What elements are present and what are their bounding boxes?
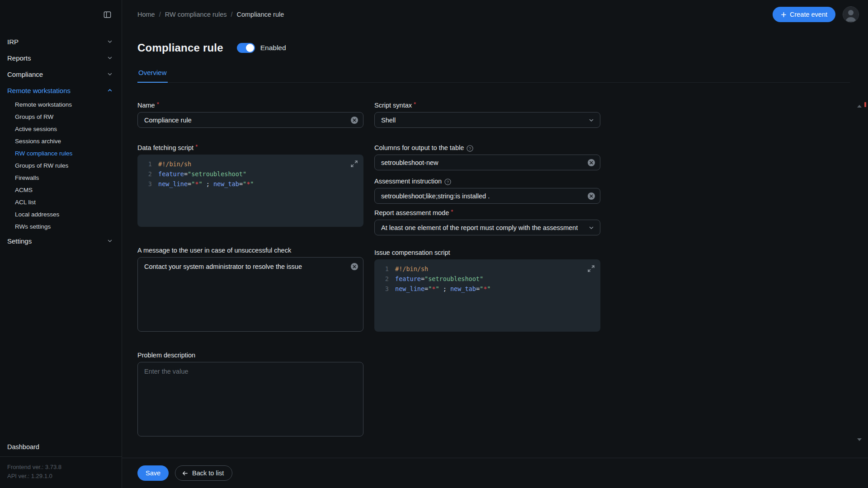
code-line-2: 2feature="setroubleshoot" — [141, 169, 357, 179]
line-number: 1 — [378, 264, 389, 274]
avatar[interactable] — [843, 6, 859, 23]
problem-description-textarea[interactable] — [137, 362, 363, 436]
sidebar-item-groups-of-rw-rules[interactable]: Groups of RW rules — [0, 160, 122, 172]
tabs: Overview — [137, 69, 850, 83]
scrollbar-up-icon[interactable] — [857, 101, 862, 109]
sidebar-item-active-sessions[interactable]: Active sessions — [0, 123, 122, 135]
sidebar-header — [0, 0, 122, 29]
toggle-knob — [246, 44, 254, 52]
columns-for-output-input[interactable] — [374, 155, 600, 170]
frontend-version: Frontend ver.: 3.73.8 — [7, 463, 114, 472]
sidebar-item-groups-of-rw[interactable]: Groups of RW — [0, 111, 122, 123]
sidebar-section-irp[interactable]: IRP — [0, 33, 122, 50]
form-column-left: Name Data fetching script 1#!/bin/sh2fea… — [137, 102, 363, 436]
unsuccessful-check-message-textarea[interactable]: Contact your system administrator to res… — [137, 257, 363, 332]
sidebar-item-dashboard[interactable]: Dashboard — [0, 437, 122, 456]
name-label-text: Name — [137, 102, 155, 109]
sidebar-item-sessions-archive[interactable]: Sessions archive — [0, 135, 122, 147]
back-to-list-button[interactable]: Back to list — [175, 465, 232, 481]
name-label: Name — [137, 102, 363, 109]
line-number: 2 — [141, 169, 152, 179]
form-actions: Save Back to list — [122, 458, 868, 488]
name-input[interactable] — [137, 112, 363, 128]
sidebar-item-acms[interactable]: ACMS — [0, 184, 122, 196]
sidebar: IRPReportsComplianceRemote workstationsR… — [0, 0, 122, 488]
help-icon[interactable]: ? — [444, 178, 451, 185]
sidebar-item-acl-list[interactable]: ACL list — [0, 196, 122, 208]
svg-text:?: ? — [447, 180, 449, 184]
line-number: 2 — [378, 274, 389, 284]
breadcrumb-item-rw-compliance-rules[interactable]: RW compliance rules — [165, 11, 227, 18]
breadcrumb-item-home[interactable]: Home — [137, 11, 155, 18]
script-syntax-select[interactable]: Shell — [374, 112, 600, 128]
svg-text:?: ? — [469, 146, 471, 151]
sidebar-item-rw-compliance-rules[interactable]: RW compliance rules — [0, 147, 122, 160]
clear-icon[interactable] — [587, 192, 595, 200]
chevron-down-icon — [588, 225, 594, 231]
create-event-label: Create event — [790, 11, 827, 18]
problem-description-label-text: Problem description — [137, 352, 195, 359]
issue-compensation-script-label: Issue compensation script — [374, 249, 600, 257]
user-avatar-icon — [843, 7, 859, 22]
data-fetching-script-field: Data fetching script 1#!/bin/sh2feature=… — [137, 144, 363, 227]
chevron-down-icon — [588, 117, 594, 123]
enabled-label: Enabled — [260, 44, 286, 52]
problem-description-field: Problem description — [137, 352, 363, 436]
code-line-3: 3new_line="*" ; new_tab="*" — [141, 179, 357, 189]
breadcrumb-item-compliance-rule: Compliance rule — [236, 11, 284, 18]
issue-compensation-script-editor[interactable]: 1#!/bin/sh2feature="setroubleshoot"3new_… — [374, 259, 600, 332]
sidebar-section-remote-workstations[interactable]: Remote workstations — [0, 82, 122, 99]
report-assessment-mode-label-text: Report assessment mode — [374, 209, 449, 217]
breadcrumb-separator: / — [159, 11, 161, 18]
problem-description-label: Problem description — [137, 352, 363, 359]
sidebar-section-label: Reports — [7, 54, 31, 62]
report-assessment-mode-label: Report assessment mode — [374, 209, 600, 217]
version-info: Frontend ver.: 3.73.8 API ver.: 1.29.1.0 — [0, 456, 122, 488]
tab-overview[interactable]: Overview — [137, 69, 168, 83]
columns-for-output-label-text: Columns for output to the table — [374, 144, 464, 152]
scrollbar-down-icon[interactable] — [857, 435, 862, 443]
assessment-instruction-input[interactable] — [374, 188, 600, 204]
sidebar-item-firewalls[interactable]: Firewalls — [0, 172, 122, 184]
sidebar-toggle-icon — [103, 10, 112, 19]
create-event-button[interactable]: Create event — [773, 7, 835, 22]
sidebar-collapse-button[interactable] — [103, 10, 112, 19]
sidebar-item-remote-workstations[interactable]: Remote workstations — [0, 99, 122, 111]
expand-icon[interactable] — [587, 265, 595, 272]
sidebar-section-reports[interactable]: Reports — [0, 50, 122, 66]
expand-icon[interactable] — [350, 160, 358, 168]
unsuccessful-check-message-label: A message to the user in case of unsucce… — [137, 247, 363, 254]
save-button[interactable]: Save — [137, 465, 169, 481]
code-line-2: 2feature="setroubleshoot" — [378, 274, 594, 284]
clear-icon[interactable] — [350, 116, 359, 124]
sidebar-section-label: Remote workstations — [7, 87, 71, 94]
sidebar-nav: IRPReportsComplianceRemote workstationsR… — [0, 29, 122, 437]
report-assessment-mode-select[interactable]: At least one element of the report must … — [374, 220, 600, 235]
unsuccessful-check-message-field: A message to the user in case of unsucce… — [137, 247, 363, 333]
clear-icon[interactable] — [587, 159, 595, 167]
breadcrumb-separator: / — [231, 11, 232, 18]
sidebar-section-settings[interactable]: Settings — [0, 233, 122, 249]
back-to-list-label: Back to list — [192, 469, 224, 477]
script-syntax-value: Shell — [381, 117, 396, 124]
breadcrumb: Home/RW compliance rules/Compliance rule — [137, 11, 284, 18]
script-syntax-label: Script syntax — [374, 102, 600, 109]
clear-icon[interactable] — [350, 263, 359, 271]
compliance-rule-form: Name Data fetching script 1#!/bin/sh2fea… — [137, 102, 850, 436]
issue-compensation-script-field: Issue compensation script 1#!/bin/sh2fea… — [374, 249, 600, 332]
data-fetching-script-editor[interactable]: 1#!/bin/sh2feature="setroubleshoot"3new_… — [137, 155, 363, 227]
script-syntax-label-text: Script syntax — [374, 102, 412, 109]
chevron-down-icon — [107, 39, 113, 44]
code-line-1: 1#!/bin/sh — [378, 264, 594, 274]
chevron-down-icon — [107, 238, 113, 244]
sidebar-section-compliance[interactable]: Compliance — [0, 66, 122, 82]
sidebar-item-local-addresses[interactable]: Local addresses — [0, 208, 122, 221]
assessment-instruction-label: Assessment instruction ? — [374, 178, 600, 185]
code-line-3: 3new_line="*" ; new_tab="*" — [378, 284, 594, 294]
line-number: 1 — [141, 159, 152, 169]
chevron-down-icon — [107, 71, 113, 77]
help-icon[interactable]: ? — [467, 145, 473, 152]
sidebar-section-label: IRP — [7, 38, 19, 46]
enabled-toggle[interactable] — [237, 43, 255, 53]
sidebar-item-rws-settings[interactable]: RWs settings — [0, 221, 122, 233]
